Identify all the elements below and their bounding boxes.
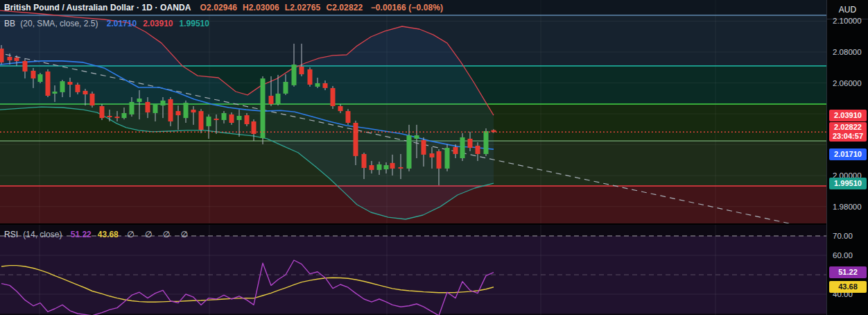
bb-legend-params: (20, SMA, close, 2.5)	[20, 19, 98, 28]
symbol-title[interactable]: British Pound / Australian Dollar · 1D ·…	[4, 3, 191, 12]
rsi-legend-empty-plots: ∅ ∅ ∅ ∅	[127, 230, 192, 239]
rsi-value-0: 51.22	[71, 230, 92, 239]
ohlc-l: L2.02765	[285, 3, 321, 12]
rsi-value-1: 43.68	[98, 230, 119, 239]
rsi-indicator-legend[interactable]: RSI (14, close) 51.2243.68 ∅ ∅ ∅ ∅	[4, 230, 192, 239]
bb-legend-name: BB	[4, 19, 15, 28]
price-axis[interactable]: AUD 2.100002.080002.060002.000001.980007…	[826, 0, 868, 315]
bb-value-2: 1.99510	[180, 19, 209, 28]
bb-legend-values: 2.017102.039101.99510	[101, 19, 209, 28]
bb-indicator-legend[interactable]: BB (20, SMA, close, 2.5) 2.017102.039101…	[4, 19, 209, 28]
price-tick-2.08000: 2.08000	[833, 48, 862, 56]
price-tick-2.10000: 2.10000	[833, 17, 862, 25]
axis-badge-51.22: 51.22	[829, 266, 867, 278]
axis-badge-43.68: 43.68	[829, 281, 867, 293]
axis-badge-2.01710: 2.01710	[829, 148, 867, 160]
axis-badge-2.03910: 2.03910	[829, 110, 867, 121]
price-pane[interactable]	[0, 0, 826, 223]
ohlc-c: C2.02822	[326, 3, 363, 12]
change-value: −0.00166 (−0.08%)	[371, 3, 443, 12]
rsi-legend-name: RSI	[4, 230, 18, 239]
rsi-legend-params: (14, close)	[23, 230, 62, 239]
ohlc-h: H2.03006	[243, 3, 279, 12]
bb-value-1: 2.03910	[143, 19, 173, 28]
price-tick-1.98000: 1.98000	[833, 203, 862, 211]
price-tick-2.06000: 2.06000	[833, 79, 862, 87]
symbol-header[interactable]: British Pound / Australian Dollar · 1D ·…	[4, 3, 443, 12]
bb-value-0: 2.01710	[107, 19, 137, 28]
ohlc-o: O2.02946	[200, 3, 238, 12]
ohlc-values: O2.02946H2.03006L2.02765C2.02822	[200, 3, 369, 12]
rsi-tick-70.00: 70.00	[833, 232, 853, 240]
rsi-legend-values: 51.2243.68	[64, 230, 119, 239]
price-chart[interactable]	[0, 0, 826, 223]
rsi-tick-60.00: 60.00	[833, 251, 853, 259]
axis-badge-2.02822: 2.0282223:04:57	[829, 122, 867, 142]
tradingview-chart-window: British Pound / Australian Dollar · 1D ·…	[0, 0, 868, 315]
axis-badge-1.99510: 1.99510	[829, 178, 867, 189]
